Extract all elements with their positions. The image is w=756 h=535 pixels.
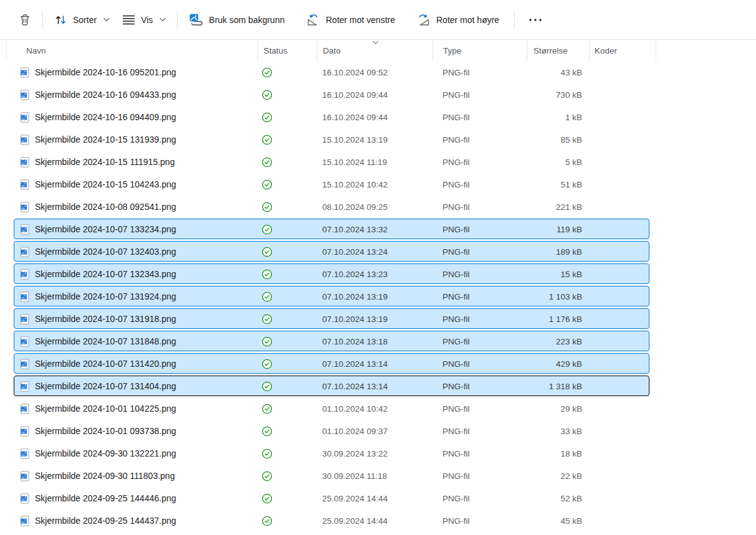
- file-date: 25.09.2024 14:44: [317, 494, 433, 503]
- file-date: 07.10.2024 13:19: [317, 315, 433, 324]
- file-date: 07.10.2024 13:18: [317, 337, 433, 346]
- file-date: 30.09.2024 13:22: [317, 449, 433, 458]
- synced-status-icon: [262, 157, 272, 168]
- table-row[interactable]: Skjermbilde 2024-10-16 095201.png 16.10.…: [14, 61, 649, 83]
- view-button[interactable]: Vis: [116, 9, 172, 31]
- table-row[interactable]: Skjermbilde 2024-10-07 132343.png 07.10.…: [14, 263, 649, 285]
- table-row[interactable]: Skjermbilde 2024-10-07 131404.png 07.10.…: [14, 375, 649, 397]
- table-row[interactable]: Skjermbilde 2024-10-07 131848.png 07.10.…: [14, 330, 649, 353]
- synced-status-icon: [262, 336, 272, 347]
- table-row[interactable]: Skjermbilde 2024-10-15 131939.png 15.10.…: [14, 128, 649, 151]
- png-file-icon: [20, 67, 30, 78]
- file-date: 15.10.2024 10:42: [317, 180, 433, 189]
- toolbar-divider: [514, 11, 515, 29]
- more-ellipsis-icon: [529, 18, 542, 22]
- rotate-left-button[interactable]: Roter mot venstre: [300, 8, 401, 32]
- synced-status-icon: [262, 112, 272, 123]
- set-as-background-button[interactable]: Bruk som bakgrunn: [183, 8, 290, 31]
- file-type: PNG-fil: [433, 180, 527, 189]
- png-file-icon: [20, 516, 30, 526]
- file-size: 1 103 kB: [527, 292, 589, 301]
- file-name: Skjermbilde 2024-10-07 132403.png: [35, 247, 176, 257]
- file-type: PNG-fil: [433, 225, 527, 234]
- file-size: 18 kB: [527, 449, 589, 458]
- synced-status-icon: [262, 516, 272, 526]
- file-name: Skjermbilde 2024-10-08 092541.png: [35, 202, 176, 212]
- file-type: PNG-fil: [433, 337, 527, 346]
- table-row[interactable]: Skjermbilde 2024-10-07 132403.png 07.10.…: [14, 240, 649, 263]
- rotate-right-button[interactable]: Roter mot høyre: [410, 8, 505, 32]
- synced-status-icon: [262, 471, 272, 481]
- file-size: 119 kB: [527, 225, 589, 234]
- table-row[interactable]: Skjermbilde 2024-09-30 111803.png 30.09.…: [14, 465, 649, 487]
- synced-status-icon: [262, 67, 272, 78]
- synced-status-icon: [262, 90, 272, 100]
- file-size: 29 kB: [527, 404, 589, 414]
- synced-status-icon: [262, 426, 272, 437]
- file-date: 07.10.2024 13:19: [317, 292, 433, 301]
- file-name: Skjermbilde 2024-10-07 131848.png: [35, 336, 176, 346]
- file-date: 07.10.2024 13:24: [317, 247, 433, 257]
- file-size: 22 kB: [527, 471, 589, 481]
- table-row[interactable]: Skjermbilde 2024-10-15 104243.png 15.10.…: [14, 173, 649, 196]
- column-header-dato[interactable]: Dato: [317, 40, 433, 61]
- file-type: PNG-fil: [433, 292, 527, 301]
- table-row[interactable]: Skjermbilde 2024-10-01 104225.png 01.10.…: [14, 397, 649, 420]
- synced-status-icon: [262, 359, 272, 369]
- file-type: PNG-fil: [433, 494, 527, 503]
- synced-status-icon: [262, 135, 272, 145]
- column-header-row: Navn Status Dato Type Størrelse Koder: [14, 40, 656, 61]
- file-list: Skjermbilde 2024-10-16 095201.png 16.10.…: [14, 61, 649, 532]
- sort-button[interactable]: Sorter: [48, 9, 116, 31]
- column-header-storrelse[interactable]: Størrelse: [527, 40, 589, 61]
- table-row[interactable]: Skjermbilde 2024-10-16 094433.png 16.10.…: [14, 83, 649, 106]
- file-size: 223 kB: [527, 337, 589, 346]
- toolbar-divider: [177, 11, 178, 29]
- file-name: Skjermbilde 2024-09-25 144446.png: [35, 493, 176, 503]
- more-options-button[interactable]: [520, 13, 551, 27]
- file-date: 07.10.2024 13:14: [317, 382, 433, 391]
- column-header-koder[interactable]: Koder: [589, 40, 656, 61]
- set-as-background-label: Bruk som bakgrunn: [209, 15, 284, 25]
- column-header-type[interactable]: Type: [433, 40, 527, 61]
- table-row[interactable]: Skjermbilde 2024-10-07 133234.png 07.10.…: [14, 218, 649, 240]
- table-row[interactable]: Skjermbilde 2024-09-25 144446.png 25.09.…: [14, 487, 649, 509]
- table-row[interactable]: Skjermbilde 2024-10-07 131924.png 07.10.…: [14, 285, 649, 308]
- file-size: 45 kB: [527, 516, 589, 526]
- table-row[interactable]: Skjermbilde 2024-10-07 131420.png 07.10.…: [14, 353, 649, 375]
- file-date: 30.09.2024 11:18: [317, 471, 433, 481]
- rotate-right-label: Roter mot høyre: [436, 15, 499, 25]
- file-type: PNG-fil: [433, 359, 527, 369]
- png-file-icon: [20, 112, 30, 123]
- file-name: Skjermbilde 2024-10-16 095201.png: [35, 67, 176, 77]
- table-row[interactable]: Skjermbilde 2024-10-16 094409.png 16.10.…: [14, 106, 649, 128]
- file-size: 52 kB: [527, 494, 589, 503]
- sort-button-label: Sorter: [73, 15, 97, 25]
- table-row[interactable]: Skjermbilde 2024-10-15 111915.png 15.10.…: [14, 151, 649, 173]
- table-row[interactable]: Skjermbilde 2024-09-25 144437.png 25.09.…: [14, 509, 649, 532]
- table-row[interactable]: Skjermbilde 2024-10-01 093738.png 01.10.…: [14, 420, 649, 442]
- table-row[interactable]: Skjermbilde 2024-10-08 092541.png 08.10.…: [14, 196, 649, 218]
- delete-button[interactable]: [12, 9, 37, 31]
- set-background-image-icon: [189, 13, 203, 26]
- file-type: PNG-fil: [433, 471, 527, 481]
- synced-status-icon: [262, 291, 272, 302]
- file-type: PNG-fil: [433, 68, 527, 77]
- file-name: Skjermbilde 2024-09-30 111803.png: [35, 471, 175, 481]
- table-row[interactable]: Skjermbilde 2024-10-07 131918.png 07.10.…: [14, 308, 649, 330]
- file-type: PNG-fil: [433, 158, 527, 167]
- file-name: Skjermbilde 2024-10-07 131404.png: [35, 381, 176, 391]
- column-header-navn[interactable]: Navn: [14, 40, 257, 61]
- chevron-down-icon: [160, 17, 166, 22]
- rotate-left-icon: [306, 13, 320, 27]
- table-row[interactable]: Skjermbilde 2024-09-30 132221.png 30.09.…: [14, 442, 649, 465]
- synced-status-icon: [262, 314, 272, 324]
- file-type: PNG-fil: [433, 90, 527, 100]
- file-type: PNG-fil: [433, 135, 527, 144]
- file-size: 5 kB: [527, 158, 589, 167]
- file-size: 43 kB: [527, 68, 589, 77]
- file-date: 16.10.2024 09:44: [317, 113, 433, 122]
- sort-arrows-icon: [54, 14, 67, 26]
- png-file-icon: [20, 359, 30, 369]
- column-header-status[interactable]: Status: [257, 40, 317, 61]
